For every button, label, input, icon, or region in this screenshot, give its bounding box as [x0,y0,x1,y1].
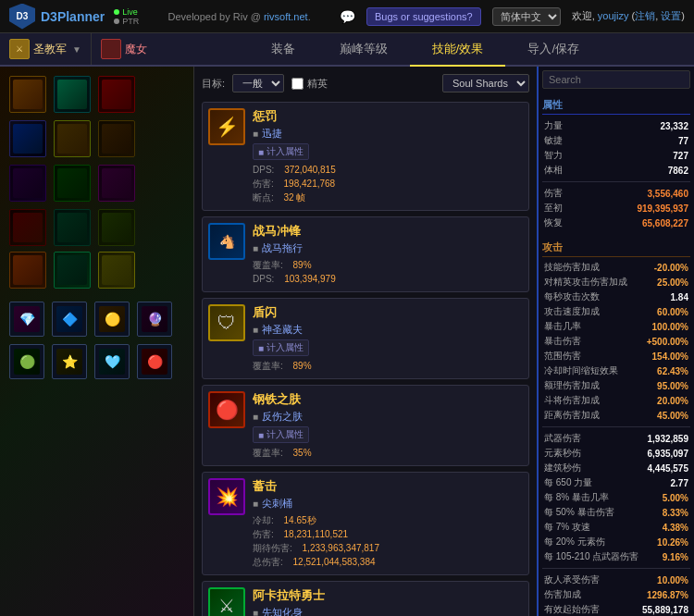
soul-shards-select[interactable]: Soul Shards [442,74,529,92]
stat-build-dps: 建筑秒伤 4,445,575 [542,461,690,475]
range-value: 45.00% [657,411,688,421]
skill-4-info: 钢铁之肤 ■ 反伤之肤 ■ 计入属性 覆盖率: 35% [253,391,523,460]
skill-4-rune-name: 反伤之肤 [262,410,303,424]
live-dot-icon [114,9,119,15]
weapon-label: 武器伤害 [544,432,581,445]
discord-icon: 💬 [340,9,355,24]
class-dropdown-icon: ▼ [72,44,81,55]
skill-1-name: 惩罚 [253,108,523,125]
slot-ring2[interactable] [98,209,135,246]
class-name: 圣教军 [33,42,67,57]
skill-6-rune: ■ 先知化身 [253,606,523,616]
stat-int: 智力 727 [542,148,690,163]
tab-skills[interactable]: 技能/效果 [410,33,506,67]
slot-neck[interactable] [54,76,91,113]
gem-slot-5[interactable]: 🟢 [9,344,44,379]
gem-slot-7[interactable]: 🩵 [94,344,130,379]
slot-back[interactable] [54,120,91,157]
slot-chest[interactable] [9,120,46,157]
rune-bullet: ■ [253,243,258,253]
waist-item-icon [57,168,87,198]
slot-head[interactable] [9,76,46,113]
stat-crit-ratio: 每 8% 暴击几率 5.00% [542,490,690,505]
cdr-label: 冷却时间缩短效果 [544,364,618,377]
enemy-take-value: 10.00% [657,575,688,585]
target-label: 目标: [202,77,225,91]
skills-panel: 目标: 一般 精英 精英 Soul Shards ⚡ 惩罚 ■ [194,67,537,616]
skill-card-6: ⚔ 阿卡拉特勇士 ■ 先知化身 ■ 计入属性 覆盖率: 100% [202,581,529,616]
slot-wrist[interactable] [98,120,135,157]
stat-range-dmg: 距离伤害加成 45.00% [542,408,690,423]
stat-str-ratio: 每 650 力量 2.77 [542,475,690,490]
skill-5-rune: ■ 尖刺桶 [253,497,523,511]
attributes-title: 属性 [542,96,690,115]
vit-label: 体相 [544,164,563,177]
stat-toughness: 至初 919,395,937 [542,201,690,216]
tab-paragon[interactable]: 巅峰等级 [317,33,410,67]
stat-enemy-take: 敌人承受伤害 10.00% [542,573,690,587]
login-link[interactable]: 注销 [635,10,655,21]
dmg-bonus-value: 1296.87% [647,590,688,600]
spec-selector[interactable]: 魔女 [92,33,156,65]
skill-5-rune-name: 尖刺桶 [262,497,292,511]
slot-waist[interactable] [54,165,91,202]
general-label: 斗将伤害加成 [544,394,600,407]
gem-slot-1[interactable]: 💎 [9,302,44,337]
skill-card-3: 🛡 盾闪 ■ 神圣藏夫 ■ 计入属性 覆盖率: 89% [202,298,529,379]
dev-credit: Developed by Riv @ rivsoft.net. [150,11,328,22]
ptr-label: PTR [122,17,139,26]
crit-ratio-label: 每 8% 暴击几率 [544,491,609,504]
gem-slot-6[interactable]: ⭐ [52,344,87,379]
gem-slot-8[interactable]: 🔴 [137,344,172,379]
attr-label: 计入属性 [266,428,304,441]
rune-bullet: ■ [253,499,258,509]
bugs-button[interactable]: Bugs or suggestions? [366,7,481,26]
tab-equipment[interactable]: 装备 [249,33,317,67]
rune-bullet: ■ [253,325,258,335]
slot-ring1[interactable] [54,209,91,246]
gem-slot-4[interactable]: 🔮 [137,302,172,337]
aps-label: 每秒攻击次数 [544,290,600,303]
skill-5-stats: 冷却: 14.65秒 伤害: 18,231,110,521 期待伤害: 1,23… [253,513,523,569]
class-selector[interactable]: ⚔ 圣教军 ▼ [0,33,92,65]
main-tabs: 装备 巅峰等级 技能/效果 导入/保存 [156,33,694,65]
rune-bullet: ■ [253,608,258,616]
stat-elem-ratio: 每 20% 元素伤 10.26% [542,535,690,549]
skill-card-2: 🐴 战马冲锋 ■ 战马拖行 覆盖率: 89% DPS: 103,394,979 [202,216,529,292]
gem-slot-3[interactable]: 🟡 [94,302,130,337]
slot-mainhand[interactable] [9,252,46,289]
slot-offhand[interactable] [54,252,91,289]
slot-extra[interactable] [98,252,135,289]
dex-label: 敏捷 [544,134,563,147]
stat-general-dmg: 斗将伤害加成 20.00% [542,393,690,408]
welcome-text: 欢迎, youjizy (注销, 设置) [572,9,685,23]
search-input[interactable] [542,70,690,89]
skill-2-name: 战马冲锋 [253,223,523,240]
stat-weapon-ratio: 每 105-210 点武器伤害 9.16% [542,549,690,564]
class-navigation: ⚔ 圣教军 ▼ 魔女 装备 巅峰等级 技能/效果 导入/保存 [0,33,694,67]
hands-item-icon [13,168,43,198]
skill-2-rune: ■ 战马拖行 [253,241,523,255]
build-label: 建筑秒伤 [544,462,581,474]
skill-2-rune-name: 战马拖行 [262,241,303,255]
elite-checkbox[interactable] [291,78,304,90]
aps-value: 1.84 [671,292,688,302]
slot-legs[interactable] [98,165,135,202]
settings-link[interactable]: 设置 [661,10,681,21]
gem-slot-2[interactable]: 🔷 [52,302,87,337]
username-link[interactable]: youjizy [598,10,629,21]
target-select[interactable]: 一般 精英 [232,74,284,92]
skill-4-attr-tag: ■ 计入属性 [253,426,309,443]
attr-icon: ■ [258,343,264,353]
tab-import[interactable]: 导入/保存 [505,33,601,67]
weapon-value: 1,932,859 [648,434,689,444]
slot-shoulder[interactable] [98,76,135,113]
attack-section: 攻击 技能伤害加成 -20.00% 对精英攻击伤害加成 25.00% 每秒攻击次… [542,238,690,616]
slot-feet[interactable] [9,209,46,246]
language-select[interactable]: 简体中文 English [492,7,561,26]
skill-dmg-value: -20.00% [654,263,688,273]
character-panel: 💎 🔷 🟡 🔮 🟢 ⭐ 🩵 [0,67,194,616]
skill-1-attr-tag: ■ 计入属性 [253,143,309,160]
slot-hands[interactable] [9,165,46,202]
logo-area: D3 D3Planner Live PTR [9,4,139,30]
